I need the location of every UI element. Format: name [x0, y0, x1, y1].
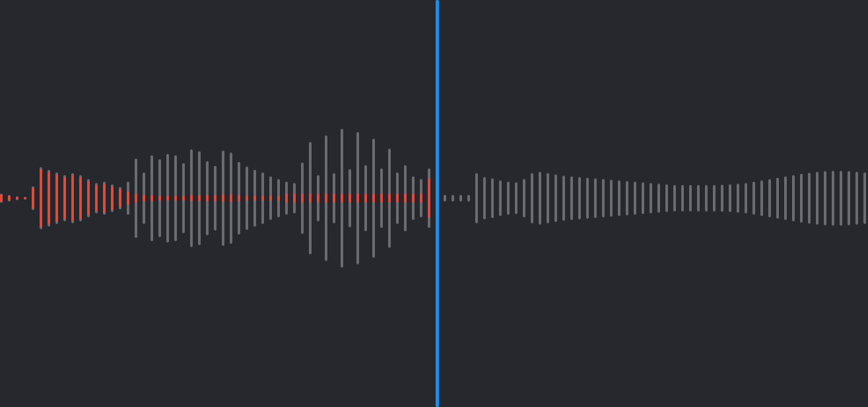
- waveform-sample: [610, 180, 613, 217]
- waveform-sample-progress: [0, 194, 3, 202]
- waveform-sample: [578, 177, 581, 219]
- waveform-sample-progress: [111, 186, 114, 210]
- waveform-sample: [697, 185, 700, 211]
- waveform-sample-progress: [246, 196, 248, 201]
- audio-waveform-viewport[interactable]: [0, 0, 868, 407]
- waveform-sample: [459, 195, 462, 202]
- waveform-sample: [665, 184, 668, 212]
- waveform-sample-progress: [190, 195, 193, 202]
- waveform-sample: [705, 185, 708, 211]
- waveform-sample-progress: [16, 197, 18, 200]
- waveform-sample: [808, 173, 811, 224]
- waveform-sample: [483, 177, 486, 219]
- waveform-sample: [824, 171, 826, 225]
- waveform-sample-progress: [206, 195, 209, 202]
- waveform-sample-progress: [325, 194, 327, 203]
- waveform-sample-progress: [127, 192, 129, 205]
- waveform-sample: [507, 182, 510, 215]
- waveform-sample-progress: [119, 189, 121, 207]
- waveform-sample: [515, 182, 517, 214]
- waveform-sample-progress: [372, 194, 375, 203]
- waveform-sample: [657, 184, 660, 213]
- waveform-sample-progress: [214, 195, 217, 202]
- waveform-sample-progress: [388, 194, 391, 203]
- waveform-sample-progress: [317, 194, 319, 203]
- waveform-sample-progress: [238, 195, 240, 202]
- waveform-sample-progress: [8, 196, 11, 201]
- waveform-sample: [713, 185, 716, 211]
- waveform-sample-progress: [253, 196, 256, 201]
- waveform-sample: [618, 180, 620, 216]
- waveform-sample-progress: [135, 194, 137, 203]
- waveform-sample: [673, 185, 676, 211]
- waveform-sample-progress: [55, 174, 58, 222]
- waveform-sample-progress: [32, 188, 34, 209]
- waveform-sample-progress: [87, 181, 90, 215]
- waveform-sample-progress: [380, 194, 383, 203]
- waveform-sample-progress: [293, 194, 296, 203]
- waveform-sample-progress: [150, 195, 153, 202]
- waveform-sample-progress: [309, 194, 312, 203]
- waveform-sample-progress: [48, 172, 50, 225]
- waveform-sample-progress: [396, 194, 399, 203]
- playhead-cursor[interactable]: [436, 0, 439, 407]
- waveform-sample-progress: [143, 195, 145, 202]
- waveform-sample: [531, 173, 533, 223]
- waveform-sample: [800, 174, 803, 223]
- waveform-sample: [689, 185, 692, 211]
- waveform-sample: [863, 172, 866, 224]
- waveform-sample-progress: [95, 185, 98, 211]
- waveform-sample-progress: [182, 196, 185, 201]
- waveform-sample: [523, 179, 525, 217]
- waveform-sample: [768, 179, 771, 217]
- waveform-sample: [467, 195, 470, 202]
- waveform-sample-progress: [333, 194, 335, 203]
- waveform-sample: [491, 178, 494, 218]
- waveform-sample: [554, 174, 557, 222]
- waveform-sample-progress: [198, 195, 201, 202]
- waveform-sample-progress: [261, 196, 264, 201]
- waveform-sample: [650, 183, 652, 213]
- waveform-sample: [776, 178, 779, 219]
- waveform-sample: [729, 184, 731, 212]
- waveform-sample: [816, 172, 818, 225]
- waveform-sample-progress: [277, 196, 280, 201]
- waveform-sample-progress: [420, 194, 422, 203]
- waveform-sample-progress: [341, 194, 343, 203]
- waveform-sample: [451, 195, 454, 202]
- waveform-sample-progress: [285, 194, 288, 203]
- waveform-sample-progress: [230, 194, 232, 202]
- waveform-sample: [634, 182, 636, 215]
- waveform-track[interactable]: [0, 0, 868, 407]
- waveform-sample-progress: [63, 177, 66, 219]
- waveform-sample: [784, 176, 787, 220]
- waveform-sample-progress: [364, 194, 367, 203]
- waveform-sample: [562, 176, 565, 221]
- waveform-sample: [848, 171, 850, 225]
- waveform-sample-progress: [174, 196, 177, 201]
- waveform-sample-progress: [412, 194, 415, 203]
- waveform-sample: [444, 195, 446, 202]
- waveform-sample: [737, 184, 739, 213]
- waveform-sample-progress: [222, 194, 224, 202]
- waveform-sample: [721, 185, 723, 212]
- waveform-sample: [626, 181, 628, 215]
- waveform-sample: [594, 178, 597, 218]
- waveform-sample: [475, 173, 478, 223]
- waveform-sample: [855, 172, 858, 225]
- waveform-sample: [602, 179, 605, 217]
- waveform-sample-progress: [269, 196, 272, 201]
- waveform-sample-progress: [356, 194, 359, 203]
- waveform-sample: [539, 172, 541, 225]
- waveform-sample: [760, 180, 763, 216]
- waveform-sample-progress: [158, 196, 161, 201]
- waveform-sample-progress: [40, 169, 42, 227]
- waveform-sample: [832, 171, 834, 226]
- waveform-sample: [745, 183, 747, 213]
- waveform-sample-progress: [79, 177, 82, 219]
- waveform-sample: [681, 185, 684, 211]
- waveform-sample: [570, 176, 573, 220]
- waveform-sample-progress: [24, 197, 26, 200]
- waveform-sample: [792, 175, 795, 221]
- waveform-sample: [840, 171, 842, 226]
